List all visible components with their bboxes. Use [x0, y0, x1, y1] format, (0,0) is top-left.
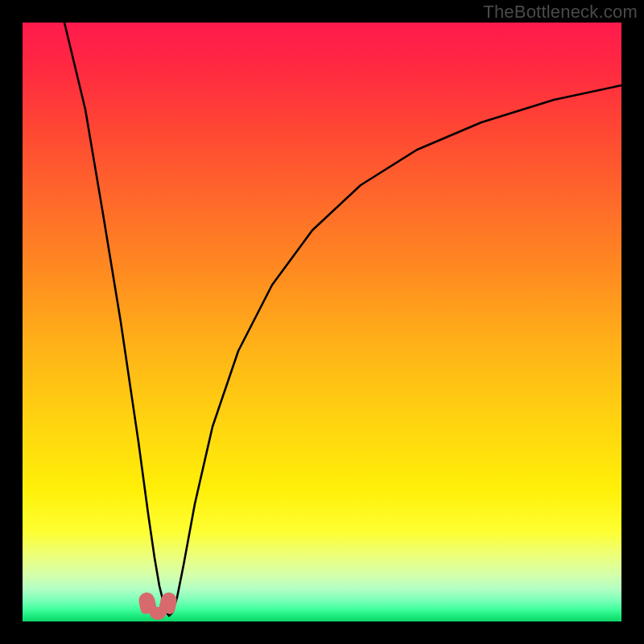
- bottleneck-curve: [23, 23, 621, 621]
- chart-frame: [23, 23, 621, 621]
- watermark-text: TheBottleneck.com: [483, 2, 638, 23]
